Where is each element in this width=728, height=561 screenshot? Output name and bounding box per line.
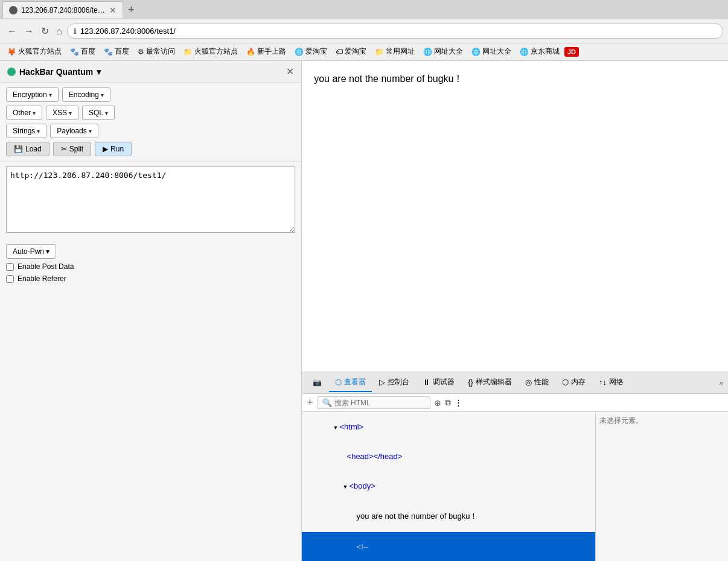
bookmark-icon: 📁 [184,48,193,56]
html-line-html-open[interactable]: <html> [302,412,595,442]
bookmark-baidu1[interactable]: 🐾 百度 [66,45,99,58]
devtools-tab-network[interactable]: ↑↓ 网络 [593,373,630,392]
home-button[interactable]: ⌂ [54,25,65,38]
devtools-toolbar: + 🔍 ⊕ ⧉ ⋮ [302,394,728,412]
devtools-filter-button[interactable]: ⧉ [445,398,451,408]
hackbar-row-3: Strings ▾ Payloads ▾ [6,124,295,138]
bookmark-label: 百度 [115,46,129,57]
hackbar-actions: 💾 Load ✂ Split ▶ Run [6,142,295,156]
encoding-label: Encoding [69,90,99,99]
inspector-icon: ⬡ [335,378,342,387]
html-line-text[interactable]: you are not the number of bugku！ [302,501,595,532]
network-icon: ↑↓ [599,378,607,387]
devtools-tab-performance[interactable]: ◎ 性能 [519,373,555,392]
xss-dropdown[interactable]: XSS ▾ [46,106,78,120]
split-button[interactable]: ✂ Split [53,142,91,156]
enable-referer-checkbox[interactable] [6,275,14,283]
inspector-label: 查看器 [344,377,366,387]
bookmark-jd[interactable]: 🌐 京东商城 [516,45,563,58]
encryption-dropdown[interactable]: Encryption ▾ [6,87,59,102]
autopwn-section: Auto-Pwn ▾ Enable Post Data Enable Refer… [0,239,301,288]
devtools-search-bar: 🔍 [317,396,430,409]
bookmark-icon: ⚙ [138,48,144,56]
bookmark-icon: 🌐 [295,48,304,56]
bookmark-icon: 🌐 [471,48,481,56]
enable-post-data-label: Enable Post Data [18,262,74,271]
back-button[interactable]: ← [5,25,19,38]
devtools-right-panel: 未选择元素。 [595,412,728,561]
devtools-tab-inspector[interactable]: ⬡ 查看器 [329,373,372,392]
sql-dropdown[interactable]: SQL ▾ [82,106,115,120]
load-label: Load [25,145,42,153]
bookmark-taobao2[interactable]: 🏷 爱淘宝 [332,45,370,58]
autopwn-arrow: ▾ [46,247,49,256]
html-line-body-open[interactable]: <body> [302,471,595,501]
enable-referer-row: Enable Referer [6,274,295,283]
console-icon: ▷ [379,378,385,387]
devtools-pick-button[interactable]: ⊕ [434,398,441,408]
url-input[interactable] [80,27,717,36]
hackbar-title-arrow: ▾ [97,67,101,77]
reload-button[interactable]: ↻ [39,24,51,38]
tab-close-button[interactable]: ✕ [109,5,117,15]
xss-label: XSS [53,109,67,117]
autopwn-dropdown[interactable]: Auto-Pwn ▾ [6,244,56,259]
load-icon: 💾 [14,145,23,153]
body-text: you are not the number of bugku！ [357,512,478,521]
devtools-tab-memory[interactable]: ⬡ 内存 [556,373,592,392]
styleeditor-icon: {} [468,378,473,387]
tag-body: <body> [349,481,375,490]
load-button[interactable]: 💾 Load [6,142,49,156]
devtools-tab-debugger[interactable]: ⏸ 调试器 [417,373,461,392]
bookmark-wangzhi1[interactable]: 🌐 网址大全 [420,45,467,58]
encoding-dropdown[interactable]: Encoding ▾ [62,87,110,102]
tab-title: 123.206.87.240:8006/test1/ [21,6,106,14]
bookmark-jd-logo[interactable]: JD [564,47,579,57]
bookmark-icon: 🌐 [423,48,432,56]
hackbar-close-button[interactable]: ✕ [286,66,294,77]
bookmark-baidu2[interactable]: 🐾 百度 [100,45,133,58]
devtools-tabs: 📷 ⬡ 查看器 ▷ 控制台 ⏸ 调试器 {} 样式编辑器 [302,372,728,394]
other-arrow: ▾ [33,110,36,116]
devtools-more-options[interactable]: ⋮ [455,398,462,407]
bookmark-frequent[interactable]: ⚙ 最常访问 [134,45,179,58]
triangle-icon [343,452,346,461]
bookmark-common[interactable]: 📁 常用网址 [371,45,418,58]
run-button[interactable]: ▶ Run [95,142,132,156]
tab-bar: 123.206.87.240:8006/test1/ ✕ + [0,0,728,19]
bookmark-icon: 📁 [375,48,384,56]
screenshot-icon: 📷 [313,378,322,387]
bookmark-huhu[interactable]: 🦊 火狐官方站点 [4,45,65,58]
payloads-dropdown[interactable]: Payloads ▾ [50,124,98,138]
devtools-tab-styleeditor[interactable]: {} 样式编辑器 [462,373,518,392]
debugger-icon: ⏸ [423,378,430,387]
strings-dropdown[interactable]: Strings ▾ [6,124,46,138]
hackbar-title[interactable]: HackBar Quantum ▾ [7,67,101,77]
encryption-label: Encryption [13,90,47,99]
devtools-html-panel: <html> <head></head> <body> you are not … [302,412,595,561]
devtools-tab-console[interactable]: ▷ 控制台 [373,373,415,392]
forward-button[interactable]: → [22,25,36,38]
html-line-head[interactable]: <head></head> [302,442,595,471]
new-tab-button[interactable]: + [123,4,139,16]
url-textarea[interactable]: http://123.206.87.240:8006/test1/ [6,166,295,233]
bookmark-newbie[interactable]: 🔥 新手上路 [243,45,290,58]
browser-tab[interactable]: 123.206.87.240:8006/test1/ ✕ [2,1,123,18]
network-label: 网络 [609,377,624,387]
enable-post-data-checkbox[interactable] [6,263,14,271]
strings-label: Strings [13,127,35,135]
bookmark-label: 最常访问 [146,46,175,57]
info-icon: ℹ [74,27,77,36]
bookmark-wangzhi2[interactable]: 🌐 网址大全 [468,45,515,58]
bookmark-huhu2[interactable]: 📁 火狐官方站点 [180,45,241,58]
hackbar-title-text: HackBar Quantum [19,67,93,77]
devtools-add-button[interactable]: + [307,396,313,409]
bookmark-taobao1[interactable]: 🌐 爱淘宝 [291,45,331,58]
devtools-tab-screenshot[interactable]: 📷 [307,375,328,391]
bookmark-label: 网址大全 [434,46,463,57]
address-bar: ℹ [67,24,723,39]
html-line-comment-start[interactable]: <!-- [302,532,595,561]
devtools-search-input[interactable] [334,399,425,407]
bookmark-label: 爱淘宝 [345,46,366,57]
other-dropdown[interactable]: Other ▾ [6,106,42,120]
